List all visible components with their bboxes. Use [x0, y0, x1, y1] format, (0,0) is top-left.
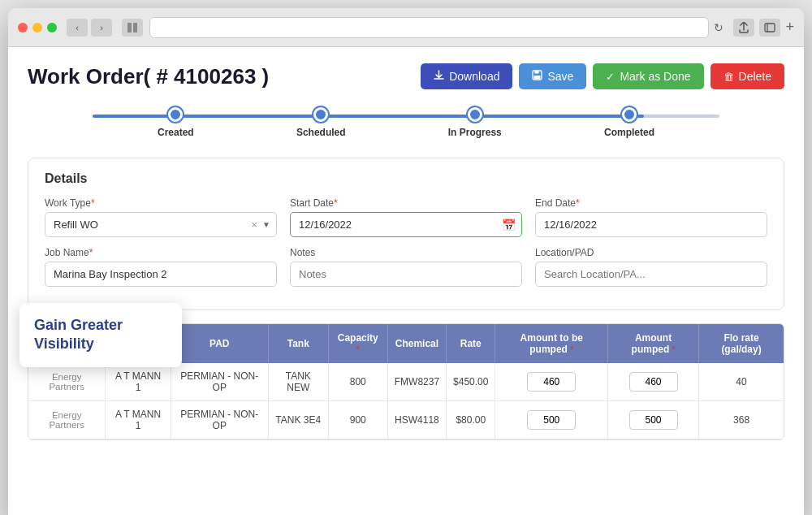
download-icon: [434, 70, 444, 83]
page-header: Work Order( # 4100263 ) Download: [28, 63, 784, 89]
form-row-2: Job Name* Marina Bay Inspection 2 Notes …: [45, 247, 767, 287]
location-pad-input[interactable]: [535, 262, 767, 287]
tooltip-popup-text: Gain Greater Visibility: [34, 316, 167, 354]
td-capacity-1: 800: [328, 363, 387, 401]
th-chemical: Chemical: [387, 324, 446, 363]
section-title: Details: [45, 171, 767, 186]
calendar-icon[interactable]: 📅: [502, 219, 516, 232]
end-date-group: End Date* 12/16/2022: [535, 197, 767, 237]
td-pad-2: PERMIAN - NON-OP: [171, 401, 268, 439]
notes-input[interactable]: [290, 262, 522, 287]
start-date-wrapper: 12/16/2022 📅: [290, 212, 522, 237]
form-row-1: Work Type* Refill WO × ▼ Start Date* 12/…: [45, 197, 767, 237]
th-amount-pumped: Amount pumped *: [607, 324, 698, 363]
step-dot-created: [168, 107, 183, 122]
job-name-group: Job Name* Marina Bay Inspection 2: [45, 247, 277, 287]
th-flo-rate: Flo rate (gal/day): [699, 324, 784, 363]
th-pad: PAD: [171, 324, 268, 363]
back-button[interactable]: ‹: [67, 19, 88, 37]
notes-label: Notes: [290, 247, 522, 258]
new-tab-button[interactable]: +: [785, 19, 794, 36]
td-amount-pumped-1: 460: [607, 363, 698, 401]
maximize-button[interactable]: [47, 23, 57, 32]
end-date-label: End Date*: [535, 197, 767, 209]
traffic-lights: [18, 23, 57, 32]
table-row: Energy Partners A T MANN 1 PERMIAN - NON…: [28, 363, 784, 401]
work-type-group: Work Type* Refill WO × ▼: [45, 197, 277, 237]
td-flo-rate-1: 40: [699, 363, 784, 401]
table-body: Energy Partners A T MANN 1 PERMIAN - NON…: [28, 363, 784, 439]
td-customer-2: Energy Partners: [28, 401, 106, 439]
checkmark-icon: ✓: [606, 71, 615, 83]
step-scheduled: Scheduled: [296, 112, 346, 138]
location-pad-label: Location/PAD: [535, 247, 767, 258]
minimize-button[interactable]: [32, 23, 42, 32]
td-rate-1: $450.00: [447, 363, 495, 401]
page-title: Work Order( # 4100263 ): [28, 64, 269, 89]
work-type-wrapper: Refill WO × ▼: [45, 212, 277, 237]
td-flo-rate-2: 368: [699, 401, 784, 439]
svg-rect-0: [127, 23, 132, 32]
layout-button[interactable]: [122, 19, 143, 37]
step-completed: Completed: [604, 112, 654, 138]
url-bar[interactable]: [149, 17, 709, 38]
step-dot-completed: [622, 107, 637, 122]
progress-steps: Created Scheduled In Progress Completed: [158, 112, 654, 138]
th-amount-to-pump: Amount to be pumped *: [495, 324, 608, 363]
tab-button[interactable]: [759, 19, 780, 37]
nav-buttons: ‹ ›: [67, 19, 112, 37]
step-label-in-progress: In Progress: [448, 127, 502, 138]
td-amount-to-pump-2: 500: [495, 401, 608, 439]
save-icon: [532, 70, 542, 83]
app-window: ‹ › ↻ + Work Order( # 4100263 ): [8, 8, 804, 515]
share-button[interactable]: [733, 19, 754, 37]
work-type-arrow-icon[interactable]: ▼: [262, 220, 270, 229]
step-label-completed: Completed: [604, 127, 654, 138]
amount-to-pump-input-2[interactable]: 500: [527, 410, 576, 430]
save-button[interactable]: Save: [519, 63, 586, 89]
amount-pumped-input-2[interactable]: 500: [629, 410, 678, 430]
td-amount-to-pump-1: 460: [495, 363, 608, 401]
work-type-input[interactable]: Refill WO: [45, 212, 277, 237]
details-section: Details Work Type* Refill WO × ▼: [28, 158, 784, 310]
end-date-input[interactable]: 12/16/2022: [535, 212, 767, 237]
td-location-2: A T MANN 1: [106, 401, 171, 439]
amount-pumped-input-1[interactable]: 460: [629, 372, 678, 392]
mark-done-button[interactable]: ✓ Mark as Done: [593, 63, 703, 89]
table-row: Energy Partners A T MANN 1 PERMIAN - NON…: [28, 401, 784, 439]
work-type-clear-icon[interactable]: ×: [251, 219, 257, 231]
forward-button[interactable]: ›: [91, 19, 112, 37]
step-in-progress: In Progress: [448, 112, 502, 138]
step-created: Created: [158, 112, 194, 138]
th-rate: Rate: [447, 324, 495, 363]
step-label-scheduled: Scheduled: [296, 127, 346, 138]
start-date-input[interactable]: 12/16/2022: [290, 212, 522, 237]
td-location-1: A T MANN 1: [106, 363, 171, 401]
start-date-label: Start Date*: [290, 197, 522, 209]
step-dot-scheduled: [313, 107, 328, 122]
th-capacity: Capacity *: [328, 324, 387, 363]
delete-button[interactable]: 🗑 Delete: [710, 63, 784, 89]
svg-rect-4: [535, 71, 539, 74]
amount-to-pump-input-1[interactable]: 460: [527, 372, 576, 392]
reload-button[interactable]: ↻: [709, 21, 728, 34]
td-tank-1: TANK NEW: [268, 363, 328, 401]
td-pad-1: PERMIAN - NON-OP: [171, 363, 268, 401]
step-label-created: Created: [158, 127, 194, 138]
svg-rect-5: [534, 76, 541, 79]
progress-section: Created Scheduled In Progress Completed: [28, 106, 784, 138]
trash-icon: 🗑: [723, 71, 734, 83]
svg-rect-2: [765, 24, 775, 32]
td-chemical-1: FMW8237: [387, 363, 446, 401]
notes-group: Notes: [290, 247, 522, 287]
location-pad-group: Location/PAD: [535, 247, 767, 287]
td-capacity-2: 900: [328, 401, 387, 439]
job-name-label: Job Name*: [45, 247, 277, 258]
end-date-wrapper: 12/16/2022: [535, 212, 767, 237]
close-button[interactable]: [18, 23, 28, 32]
td-rate-2: $80.00: [447, 401, 495, 439]
titlebar: ‹ › ↻ +: [8, 8, 804, 47]
job-name-input[interactable]: Marina Bay Inspection 2: [45, 262, 277, 287]
download-button[interactable]: Download: [421, 63, 512, 89]
step-dot-in-progress: [468, 107, 482, 122]
